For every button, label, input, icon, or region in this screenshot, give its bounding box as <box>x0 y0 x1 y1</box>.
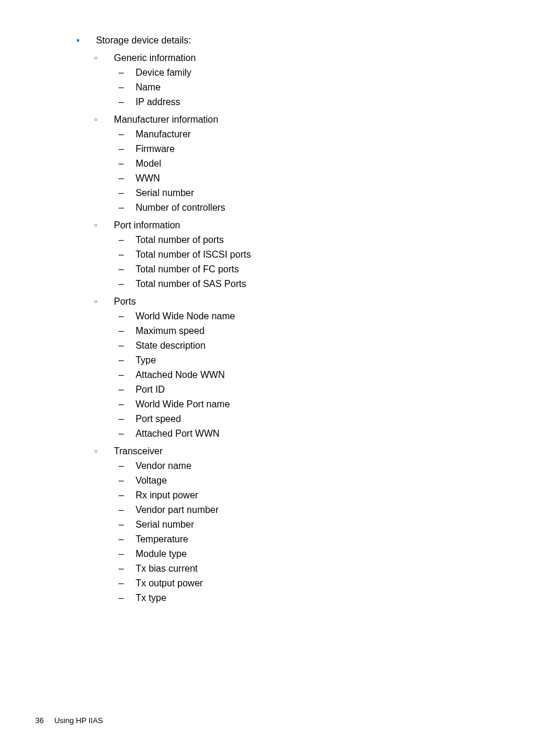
level3-item: –Device family <box>119 67 525 78</box>
level2-heading: Transceiver <box>114 446 163 457</box>
dash-icon: – <box>119 355 124 366</box>
level3-text: Module type <box>136 549 187 559</box>
dash-icon: – <box>119 593 124 603</box>
level3-text: Maximum speed <box>136 326 204 336</box>
level2-section: ○ Port information –Total number of port… <box>76 220 525 289</box>
level2-item: ○ Ports <box>94 296 525 307</box>
level3-item: –Attached Node WWN <box>119 370 525 380</box>
level2-heading: Manufacturer information <box>114 114 218 125</box>
level3-item: –Total number of ports <box>119 235 525 245</box>
level2-heading: Generic information <box>114 53 196 63</box>
level3-text: Temperature <box>136 534 188 545</box>
dash-icon: – <box>119 188 124 198</box>
dash-icon: – <box>119 384 124 395</box>
level3-item: –IP address <box>119 97 525 107</box>
level3-text: Total number of ISCSI ports <box>136 249 251 260</box>
level2-heading: Port information <box>114 220 180 231</box>
dash-icon: – <box>119 264 124 275</box>
level3-text: Port speed <box>136 414 181 424</box>
level3-text: Rx input power <box>136 490 198 501</box>
bullet-circle-icon: ○ <box>94 222 97 228</box>
level3-item: –Model <box>119 158 525 169</box>
level2-item: ○ Transceiver <box>94 446 525 457</box>
level3-item: –Port speed <box>119 414 525 424</box>
level3-item: –Tx type <box>119 593 525 603</box>
level2-section: ○ Ports –World Wide Node name –Maximum s… <box>76 296 525 439</box>
level3-text: Serial number <box>136 188 194 198</box>
dash-icon: – <box>119 428 124 439</box>
page-number: 36 <box>35 716 43 725</box>
level3-item: –Number of controllers <box>119 202 525 213</box>
bullet-circle-icon: ○ <box>94 116 97 123</box>
level3-text: Type <box>136 355 156 366</box>
dash-icon: – <box>119 326 124 336</box>
level3-item: –Total number of SAS Ports <box>119 279 525 289</box>
dash-icon: – <box>119 519 124 530</box>
dash-icon: – <box>119 505 124 515</box>
level3-text: Tx bias current <box>136 563 198 574</box>
level3-item: –Tx output power <box>119 578 525 589</box>
level3-text: Total number of ports <box>136 235 224 245</box>
level3-item: –Maximum speed <box>119 326 525 336</box>
level2-section: ○ Manufacturer information –Manufacturer… <box>76 114 525 213</box>
dash-icon: – <box>119 279 124 289</box>
level3-text: Vendor part number <box>136 505 218 515</box>
level3-item: –Serial number <box>119 188 525 198</box>
level2-item: ○ Port information <box>94 220 525 231</box>
dash-icon: – <box>119 202 124 213</box>
level3-item: –Type <box>119 355 525 366</box>
dash-icon: – <box>119 549 124 559</box>
dash-icon: – <box>119 249 124 260</box>
dash-icon: – <box>119 158 124 169</box>
level3-item: –Rx input power <box>119 490 525 501</box>
dash-icon: – <box>119 129 124 140</box>
level2-item: ○ Manufacturer information <box>94 114 525 125</box>
dash-icon: – <box>119 97 124 107</box>
level3-text: Vendor name <box>136 461 191 471</box>
bullet-circle-icon: ○ <box>94 448 97 454</box>
level3-text: Total number of SAS Ports <box>136 279 247 289</box>
level3-item: –Module type <box>119 549 525 559</box>
dash-icon: – <box>119 475 124 486</box>
level3-text: Port ID <box>136 384 165 395</box>
level3-text: Name <box>136 82 161 93</box>
level3-text: Attached Node WWN <box>136 370 225 380</box>
level3-item: –Total number of FC ports <box>119 264 525 275</box>
dash-icon: – <box>119 399 124 410</box>
dash-icon: – <box>119 578 124 589</box>
level3-text: World Wide Port name <box>136 399 230 410</box>
level3-text: Number of controllers <box>136 202 225 213</box>
level3-text: Firmware <box>136 144 175 154</box>
dash-icon: – <box>119 534 124 545</box>
content-area: • Storage device details: ○ Generic info… <box>76 35 525 603</box>
level3-item: –Name <box>119 82 525 93</box>
dash-icon: – <box>119 414 124 424</box>
bullet-circle-icon: ○ <box>94 298 97 305</box>
level3-item: –Total number of ISCSI ports <box>119 249 525 260</box>
level1-text: Storage device details: <box>96 35 191 46</box>
level2-heading: Ports <box>114 296 136 307</box>
dash-icon: – <box>119 235 124 245</box>
dash-icon: – <box>119 67 124 78</box>
level3-text: Tx output power <box>136 578 203 589</box>
level3-item: –Tx bias current <box>119 563 525 574</box>
dash-icon: – <box>119 173 124 184</box>
level3-text: Manufacturer <box>136 129 191 140</box>
level2-section: ○ Generic information –Device family –Na… <box>76 53 525 107</box>
level3-text: World Wide Node name <box>136 311 235 322</box>
level3-item: –Serial number <box>119 519 525 530</box>
level3-item: –Vendor name <box>119 461 525 471</box>
level3-item: –Voltage <box>119 475 525 486</box>
level3-text: Attached Port WWN <box>136 428 220 439</box>
level3-text: State description <box>136 340 205 351</box>
level3-text: Model <box>136 158 161 169</box>
level3-text: Tx type <box>136 593 166 603</box>
dash-icon: – <box>119 144 124 154</box>
level3-item: –Attached Port WWN <box>119 428 525 439</box>
dash-icon: – <box>119 563 124 574</box>
level3-item: –World Wide Port name <box>119 399 525 410</box>
dash-icon: – <box>119 82 124 93</box>
dash-icon: – <box>119 370 124 380</box>
dash-icon: – <box>119 311 124 322</box>
level3-item: –Vendor part number <box>119 505 525 515</box>
